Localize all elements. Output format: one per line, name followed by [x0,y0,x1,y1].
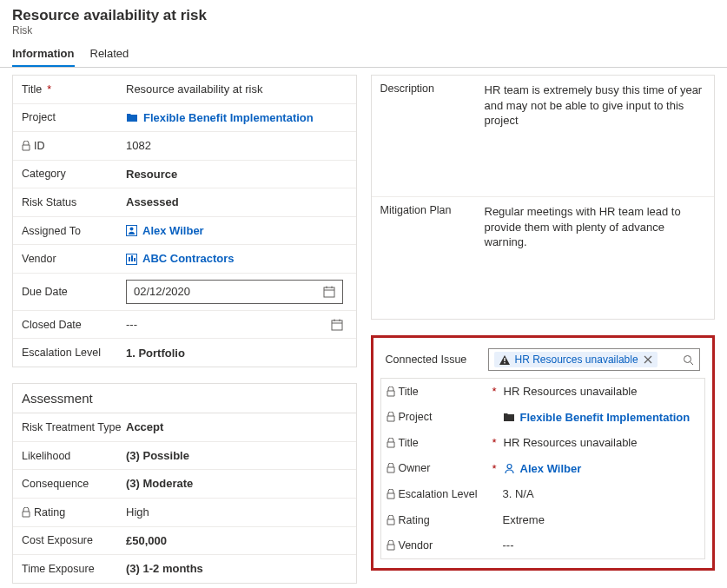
svg-point-13 [684,355,691,362]
value-mitigation-plan[interactable]: Regular meetings with HR team lead to pr… [485,204,706,250]
label-assigned-to: Assigned To [22,225,126,237]
folder-icon [503,412,515,422]
label-project: Project [22,111,126,123]
label-ci-owner: Owner [399,462,431,474]
value-ci-project[interactable]: Flexible Benefit Implementation [520,410,691,426]
label-ci-rating: Rating [399,514,430,526]
warning-icon [499,355,510,365]
connected-issue-lookup[interactable]: HR Resources unavailable [488,348,701,371]
label-ci-vendor: Vendor [399,539,433,552]
label-rating: Rating [34,506,65,519]
lock-icon [387,438,395,448]
lock-icon [22,507,30,518]
svg-rect-3 [324,287,334,297]
value-ci-title2: HR Resources unavailable [504,435,699,451]
label-risk-treatment: Risk Treatment Type [22,421,126,433]
label-mitigation-plan: Mitigation Plan [380,204,485,216]
svg-point-15 [507,464,512,468]
label-category: Category [22,168,126,180]
value-escalation-level[interactable]: 1. Portfolio [126,346,347,361]
label-title: Title* [22,83,126,96]
svg-line-14 [691,361,694,365]
value-time-exposure[interactable]: (3) 1-2 months [126,561,347,577]
label-id: ID [34,140,45,152]
label-vendor: Vendor [22,253,126,265]
lock-icon [387,540,395,551]
value-ci-title: HR Resources unavailable [504,384,699,400]
value-ci-rating: Extreme [503,512,700,528]
due-date-input[interactable]: 02/12/2020 [126,280,343,304]
lock-icon [387,386,395,397]
lock-icon [387,489,395,499]
value-description[interactable]: HR team is extremely busy this time of y… [485,83,706,129]
value-vendor[interactable]: ABC Contractors [142,251,234,267]
assessment-panel: Assessment Risk Treatment Type Accept Li… [12,383,357,584]
label-consequence: Consequence [22,478,126,490]
value-assigned-to[interactable]: Alex Wilber [142,223,204,239]
person-icon [504,463,515,474]
tab-related[interactable]: Related [90,47,129,67]
tab-information[interactable]: Information [12,47,75,67]
lock-icon [387,463,395,473]
value-cost-exposure[interactable]: £50,000 [126,533,347,549]
lock-icon [387,412,395,422]
value-likelihood[interactable]: (3) Possible [126,448,347,464]
label-connected-issue: Connected Issue [386,353,481,366]
svg-point-1 [130,228,134,231]
label-ci-project: Project [399,411,433,423]
svg-rect-12 [504,362,505,363]
value-closed-date[interactable]: --- [126,317,137,333]
calendar-icon[interactable] [331,319,343,331]
lock-icon [387,515,395,525]
value-ci-escalation: 3. N/A [503,486,700,502]
value-consequence[interactable]: (3) Moderate [126,476,347,492]
person-icon [126,225,137,236]
value-id: 1082 [126,138,347,154]
value-risk-status[interactable]: Assessed [126,195,347,210]
label-ci-title2: Title [399,437,419,449]
assessment-heading: Assessment [13,384,356,413]
value-ci-vendor: --- [503,538,700,553]
label-due-date: Due Date [22,286,126,298]
label-closed-date: Closed Date [22,319,126,331]
details-panel: Title* Resource availability at risk Pro… [12,75,357,367]
svg-rect-7 [332,320,342,330]
description-panel: Description HR team is extremely busy th… [371,75,716,320]
label-ci-escalation: Escalation Level [399,488,478,500]
value-project[interactable]: Flexible Benefit Implementation [143,110,314,126]
folder-icon [126,112,138,122]
value-title[interactable]: Resource availability at risk [126,82,347,97]
label-risk-status: Risk Status [22,196,126,208]
vendor-icon [126,254,137,265]
label-time-exposure: Time Exposure [22,563,126,575]
connected-issue-panel: Connected Issue HR Resources unavailable [371,335,716,571]
search-icon[interactable] [683,354,694,366]
page-title: Resource availability at risk [12,7,715,24]
value-category[interactable]: Resource [126,167,347,182]
label-ci-title: Title [399,386,419,398]
label-cost-exposure: Cost Exposure [22,534,126,546]
connected-issue-chip-text: HR Resources unavailable [515,353,638,366]
calendar-icon[interactable] [323,286,335,298]
value-risk-treatment[interactable]: Accept [126,420,347,435]
page-subtitle: Risk [12,24,715,36]
svg-rect-11 [504,358,505,361]
label-escalation-level: Escalation Level [22,347,126,359]
value-ci-owner[interactable]: Alex Wilber [520,461,582,477]
lock-icon [22,141,30,151]
label-description: Description [380,83,485,95]
value-rating: High [126,505,347,520]
close-icon[interactable] [644,355,652,364]
label-likelihood: Likelihood [22,450,126,462]
